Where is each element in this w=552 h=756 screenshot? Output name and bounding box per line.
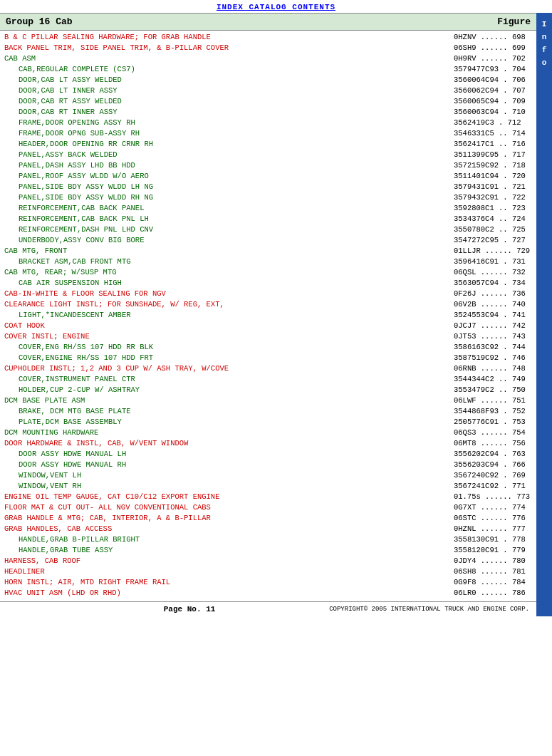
entry-code: 3556202C94 . 763 <box>454 449 532 460</box>
entry-name: BACK PANEL TRIM, SIDE PANEL TRIM, & B-PI… <box>4 43 454 53</box>
header-text: INDEX CATALOG CONTENTS <box>217 3 335 11</box>
title-row: Group 16 Cab Figure <box>0 13 536 31</box>
list-item: PANEL,DASH ASSY LHD BB HDD3572159C92 . 7… <box>4 160 532 171</box>
entry-code: 3560063C94 . 710 <box>454 107 532 118</box>
list-item: CAB,REGULAR COMPLETE (CS7)3579477C93 . 7… <box>4 64 532 75</box>
list-item: FRAME,DOOR OPENING ASSY RH3562419C3 . 71… <box>4 118 532 128</box>
entry-name: WINDOW,VENT LH <box>4 470 454 481</box>
sidebar-letter: n <box>542 31 547 43</box>
entry-code: 0G9F8 ...... 784 <box>454 577 532 588</box>
list-item: DCM MOUNTING HARDWARE06QS3 ...... 754 <box>4 428 532 438</box>
entry-name: FLOOR MAT & CUT OUT- ALL NGV CONVENTIONA… <box>4 502 454 513</box>
list-item: CAB AIR SUSPENSION HIGH3563057C94 . 734 <box>4 278 532 289</box>
list-item: BACK PANEL TRIM, SIDE PANEL TRIM, & B-PI… <box>4 43 532 53</box>
entry-code: 3558130C91 . 778 <box>454 534 532 545</box>
entry-name: REINFORCEMENT,CAB BACK PNL LH <box>4 214 454 224</box>
list-item: HANDLE,GRAB TUBE ASSY3558120C91 . 779 <box>4 545 532 556</box>
entry-code: 3567241C92 . 771 <box>454 481 532 492</box>
entry-name: ENGINE OIL TEMP GAUGE, CAT C10/C12 EXPOR… <box>4 492 454 502</box>
entry-name: DOOR ASSY HDWE MANUAL LH <box>4 449 454 460</box>
list-item: WINDOW,VENT RH3567241C92 . 771 <box>4 481 532 492</box>
list-item: HVAC UNIT ASM (LHD OR RHD)06LR0 ...... 7… <box>4 588 532 599</box>
entry-name: CAB MTG, FRONT <box>4 246 454 257</box>
entry-code: 3556203C94 . 766 <box>454 460 532 470</box>
list-item: COVER,ENGINE RH/SS 107 HDD FRT3587519C92… <box>4 353 532 363</box>
list-item: BRACKET ASM,CAB FRONT MTG3596416C91 . 73… <box>4 257 532 267</box>
entry-name: PLATE,DCM BASE ASSEMBLY <box>4 417 454 428</box>
title-left: Group 16 Cab <box>6 16 73 27</box>
list-item: BRAKE, DCM MTG BASE PLATE3544868F93 . 75… <box>4 406 532 417</box>
entry-code: 0G7XT ...... 774 <box>454 502 532 513</box>
list-item: PANEL,ROOF ASSY WLDD W/O AERO3511401C94 … <box>4 171 532 182</box>
entry-code: 0H9RV ...... 702 <box>454 53 532 64</box>
entry-name: DOOR HARDWARE & INSTL, CAB, W/VENT WINDO… <box>4 438 454 449</box>
list-item: DOOR ASSY HDWE MANUAL RH3556203C94 . 766 <box>4 460 532 470</box>
list-item: COVER INSTL; ENGINE0JT53 ...... 743 <box>4 331 532 342</box>
entry-code: 3550780C2 .. 725 <box>454 224 532 235</box>
entry-name: UNDERBODY,ASSY CONV BIG BORE <box>4 235 454 246</box>
entry-code: 3544868F93 . 752 <box>454 406 532 417</box>
entry-name: REINFORCEMENT,DASH PNL LHD CNV <box>4 224 454 235</box>
list-item: HARNESS, CAB ROOF0JDY4 ...... 780 <box>4 556 532 566</box>
entry-name: HORN INSTL; AIR, MTD RIGHT FRAME RAIL <box>4 577 454 588</box>
entry-name: BRAKE, DCM MTG BASE PLATE <box>4 406 454 417</box>
list-item: LIGHT,*INCANDESCENT AMBER3524553C94 . 74… <box>4 310 532 321</box>
entry-name: BRACKET ASM,CAB FRONT MTG <box>4 257 454 267</box>
entry-code: 3596416C91 . 731 <box>454 257 532 267</box>
entry-name: PANEL,SIDE BDY ASSY WLDD LH NG <box>4 182 454 192</box>
entry-code: 06LR0 ...... 786 <box>454 588 532 599</box>
entry-name: FRAME,DOOR OPNG SUB-ASSY RH <box>4 128 454 139</box>
list-item: PANEL,SIDE BDY ASSY WLDD LH NG3579431C91… <box>4 182 532 192</box>
sidebar-letter: o <box>542 57 547 68</box>
entry-name: PANEL,DASH ASSY LHD BB HDD <box>4 160 454 171</box>
entry-code: 01LLJR ...... 729 <box>454 246 532 257</box>
entry-code: 0HZNV ...... 698 <box>454 32 532 43</box>
list-item: CUPHOLDER INSTL; 1,2 AND 3 CUP W/ ASH TR… <box>4 363 532 374</box>
entry-code: 3572159C92 . 718 <box>454 160 532 171</box>
list-item: UNDERBODY,ASSY CONV BIG BORE3547272C95 .… <box>4 235 532 246</box>
entry-name: CLEARANCE LIGHT INSTL; FOR SUNSHADE, W/ … <box>4 299 454 310</box>
entry-code: 3579431C91 . 721 <box>454 182 532 192</box>
entry-code: 06LWF ...... 751 <box>454 395 532 406</box>
entry-name: HANDLE,GRAB B-PILLAR BRIGHT <box>4 534 454 545</box>
entry-name: CUPHOLDER INSTL; 1,2 AND 3 CUP W/ ASH TR… <box>4 363 454 374</box>
entry-code: 3560064C94 . 706 <box>454 75 532 86</box>
entry-code: 3553479C2 .. 750 <box>454 385 532 395</box>
list-item: CAB ASM0H9RV ...... 702 <box>4 53 532 64</box>
entry-name: HEADER,DOOR OPENING RR CRNR RH <box>4 139 454 150</box>
list-item: PANEL,ASSY BACK WELDED3511399C95 . 717 <box>4 150 532 160</box>
list-item: B & C PILLAR SEALING HARDWARE; FOR GRAB … <box>4 32 532 43</box>
entry-name: CAB ASM <box>4 53 454 64</box>
entry-code: 0JT53 ...... 743 <box>454 331 532 342</box>
entry-name: DOOR ASSY HDWE MANUAL RH <box>4 460 454 470</box>
entry-code: 3547272C95 . 727 <box>454 235 532 246</box>
entry-name: HANDLE,GRAB TUBE ASSY <box>4 545 454 556</box>
entry-code: 0JDY4 ...... 780 <box>454 556 532 566</box>
entry-code: 0JCJ7 ...... 742 <box>454 321 532 331</box>
entry-name: CAB,REGULAR COMPLETE (CS7) <box>4 64 454 75</box>
entry-name: LIGHT,*INCANDESCENT AMBER <box>4 310 454 321</box>
list-item: CAB-IN-WHITE & FLOOR SEALING FOR NGV0F26… <box>4 289 532 299</box>
entry-code: 0F26J ...... 736 <box>454 289 532 299</box>
entry-code: 3560065C94 . 709 <box>454 96 532 107</box>
entry-name: GRAB HANDLES, CAB ACCESS <box>4 524 454 534</box>
entry-name: FRAME,DOOR OPENING ASSY RH <box>4 118 454 128</box>
list-item: DOOR HARDWARE & INSTL, CAB, W/VENT WINDO… <box>4 438 532 449</box>
list-item: COVER,ENG RH/SS 107 HDD RR BLK3586163C92… <box>4 342 532 353</box>
entry-name: COVER INSTL; ENGINE <box>4 331 454 342</box>
entry-code: 3579432C91 . 722 <box>454 192 532 203</box>
sidebar-letter: I <box>542 19 547 30</box>
list-item: GRAB HANDLES, CAB ACCESS0HZNL ...... 777 <box>4 524 532 534</box>
entry-name: B & C PILLAR SEALING HARDWARE; FOR GRAB … <box>4 32 454 43</box>
entry-code: 01.75s ...... 773 <box>454 492 532 502</box>
entry-name: PANEL,SIDE BDY ASSY WLDD RH NG <box>4 192 454 203</box>
list-item: REINFORCEMENT,CAB BACK PANEL3592808C1 ..… <box>4 203 532 214</box>
list-item: CAB MTG, REAR; W/SUSP MTG06QSL ...... 73… <box>4 267 532 278</box>
entry-code: 06V2B ...... 740 <box>454 299 532 310</box>
entry-code: 3511399C95 . 717 <box>454 150 532 160</box>
entry-name: CAB-IN-WHITE & FLOOR SEALING FOR NGV <box>4 289 454 299</box>
sidebar-letter: f <box>542 44 547 56</box>
list-item: ENGINE OIL TEMP GAUGE, CAT C10/C12 EXPOR… <box>4 492 532 502</box>
entry-name: DOOR,CAB RT INNER ASSY <box>4 107 454 118</box>
entry-code: 06SH9 ...... 699 <box>454 43 532 53</box>
